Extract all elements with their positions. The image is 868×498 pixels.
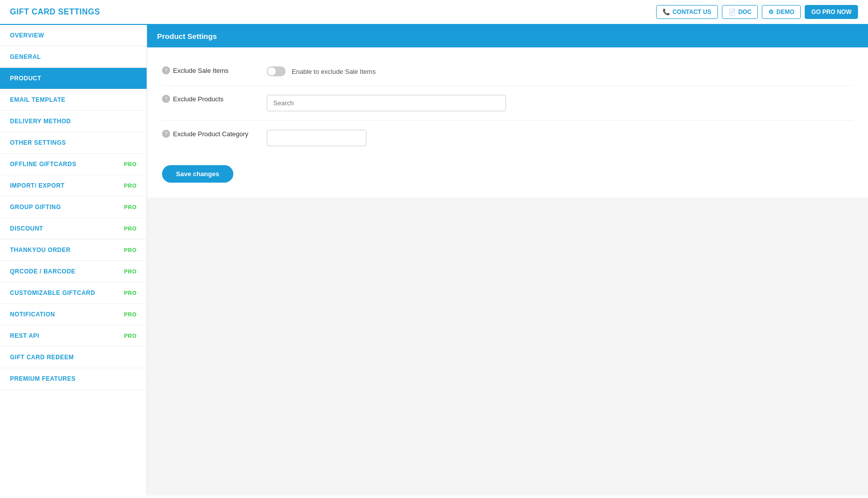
sidebar-item-product[interactable]: PRODUCT <box>0 68 147 89</box>
sidebar-item-label-group-gifting: GROUP GIFTING <box>10 204 61 211</box>
sidebar-item-other-settings[interactable]: OTHER SETTINGS <box>0 132 147 154</box>
exclude-product-category-input[interactable] <box>267 130 366 146</box>
sidebar-item-rest-api[interactable]: REST APIPRO <box>0 325 147 347</box>
exclude-products-search-input[interactable] <box>267 95 506 111</box>
sidebar-item-group-gifting[interactable]: GROUP GIFTINGPRO <box>0 197 147 218</box>
pro-badge-offline-giftcards: PRO <box>124 161 137 167</box>
app-title: GIFT CARD SETTINGS <box>10 7 100 16</box>
sidebar-item-gift-card-redeem[interactable]: GIFT CARD REDEEM <box>0 347 147 368</box>
exclude-products-label-area: ? Exclude Products <box>162 95 262 103</box>
sidebar-item-label-premium-features: PREMIUM FEATURES <box>10 375 76 382</box>
sidebar-item-label-qrcode-barcode: QRCODE / BARCODE <box>10 268 75 275</box>
save-changes-button[interactable]: Save changes <box>162 165 233 183</box>
sidebar-item-label-general: GENERAL <box>10 53 41 60</box>
sidebar-item-delivery-method[interactable]: DELIVERY METHOD <box>0 111 147 132</box>
sidebar-item-label-import-export: IMPORT/ EXPORT <box>10 182 65 189</box>
sidebar-item-offline-giftcards[interactable]: OFFLINE GIFTCARDSPRO <box>0 154 147 175</box>
go-pro-button[interactable]: GO PRO NOW <box>805 5 858 19</box>
sidebar-item-label-other-settings: OTHER SETTINGS <box>10 139 66 146</box>
sidebar-item-label-customizable-giftcard: CUSTOMIZABLE GIFTCARD <box>10 289 95 296</box>
exclude-product-category-help-icon[interactable]: ? <box>162 130 170 138</box>
sidebar-item-email-template[interactable]: EMAIL TEMPLATE <box>0 89 147 111</box>
sidebar-item-notification[interactable]: NOTIFICATIONPRO <box>0 304 147 325</box>
contact-us-button[interactable]: 📞 CONTACT US <box>656 5 718 19</box>
sidebar-item-label-overview: OVERVIEW <box>10 32 44 39</box>
sidebar-item-import-export[interactable]: IMPORT/ EXPORTPRO <box>0 175 147 197</box>
exclude-sale-items-label-area: ? Exclude Sale Items <box>162 66 262 74</box>
pro-badge-group-gifting: PRO <box>124 204 137 210</box>
sidebar-item-label-discount: DISCOUNT <box>10 225 43 232</box>
exclude-product-category-label: Exclude Product Category <box>173 130 248 138</box>
sidebar-item-premium-features[interactable]: PREMIUM FEATURES <box>0 368 147 390</box>
exclude-products-label: Exclude Products <box>173 95 223 103</box>
exclude-products-row: ? Exclude Products <box>162 86 853 121</box>
sidebar-item-label-offline-giftcards: OFFLINE GIFTCARDS <box>10 161 76 168</box>
doc-button[interactable]: 📄 DOC <box>722 5 758 19</box>
section-body: ? Exclude Sale Items Enable to exclude S… <box>147 47 868 198</box>
sidebar: OVERVIEWGENERALPRODUCTEMAIL TEMPLATEDELI… <box>0 25 147 496</box>
sidebar-item-discount[interactable]: DISCOUNTPRO <box>0 218 147 240</box>
exclude-sale-items-control: Enable to exclude Sale Items <box>267 66 853 76</box>
sidebar-item-label-email-template: EMAIL TEMPLATE <box>10 96 65 103</box>
exclude-product-category-label-area: ? Exclude Product Category <box>162 130 262 138</box>
sidebar-item-general[interactable]: GENERAL <box>0 46 147 68</box>
settings-icon: ⚙ <box>768 8 774 15</box>
exclude-sale-items-toggle-label: Enable to exclude Sale Items <box>292 68 375 75</box>
exclude-products-help-icon[interactable]: ? <box>162 95 170 103</box>
exclude-products-control <box>267 95 853 111</box>
exclude-sale-items-toggle[interactable] <box>267 66 286 76</box>
pro-badge-discount: PRO <box>124 226 137 232</box>
sidebar-item-overview[interactable]: OVERVIEW <box>0 25 147 46</box>
phone-icon: 📞 <box>663 8 670 15</box>
main-layout: OVERVIEWGENERALPRODUCTEMAIL TEMPLATEDELI… <box>0 25 868 496</box>
sidebar-item-thankyou-order[interactable]: THANKYOU ORDERPRO <box>0 240 147 261</box>
exclude-product-category-control <box>267 130 853 146</box>
main-content: Product Settings ? Exclude Sale Items En… <box>147 25 868 496</box>
sidebar-item-label-delivery-method: DELIVERY METHOD <box>10 118 71 125</box>
exclude-product-category-row: ? Exclude Product Category <box>162 121 853 155</box>
sidebar-item-label-notification: NOTIFICATION <box>10 311 55 318</box>
sidebar-item-label-rest-api: REST API <box>10 332 39 339</box>
toggle-slider <box>267 66 286 76</box>
doc-icon: 📄 <box>728 8 736 15</box>
sidebar-item-label-thankyou-order: THANKYOU ORDER <box>10 247 71 253</box>
sidebar-item-label-gift-card-redeem: GIFT CARD REDEEM <box>10 354 74 361</box>
exclude-sale-items-row: ? Exclude Sale Items Enable to exclude S… <box>162 57 853 86</box>
sidebar-item-label-product: PRODUCT <box>10 75 41 82</box>
pro-badge-thankyou-order: PRO <box>124 247 137 253</box>
sidebar-item-customizable-giftcard[interactable]: CUSTOMIZABLE GIFTCARDPRO <box>0 282 147 304</box>
demo-button[interactable]: ⚙ DEMO <box>762 5 801 19</box>
sidebar-item-qrcode-barcode[interactable]: QRCODE / BARCODEPRO <box>0 261 147 282</box>
pro-badge-import-export: PRO <box>124 183 137 189</box>
pro-badge-qrcode-barcode: PRO <box>124 268 137 274</box>
pro-badge-notification: PRO <box>124 311 137 317</box>
app-header: GIFT CARD SETTINGS 📞 CONTACT US 📄 DOC ⚙ … <box>0 0 868 25</box>
exclude-sale-items-help-icon[interactable]: ? <box>162 66 170 74</box>
exclude-sale-items-label: Exclude Sale Items <box>173 67 228 74</box>
section-header: Product Settings <box>147 25 868 47</box>
pro-badge-customizable-giftcard: PRO <box>124 290 137 296</box>
pro-badge-rest-api: PRO <box>124 333 137 339</box>
header-buttons: 📞 CONTACT US 📄 DOC ⚙ DEMO GO PRO NOW <box>656 5 858 19</box>
